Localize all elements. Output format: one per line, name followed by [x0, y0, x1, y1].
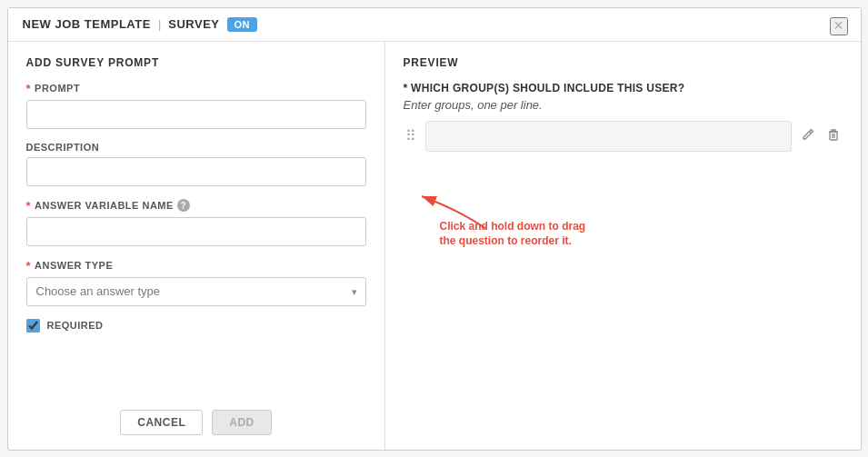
description-label: DESCRIPTION: [26, 142, 366, 153]
required-checkbox[interactable]: [26, 319, 40, 333]
tooltip-container: Click and hold down to drag the question…: [404, 183, 513, 240]
preview-question-row: ⠿: [404, 121, 843, 152]
answer-variable-label-text: ANSWER VARIABLE NAME: [35, 200, 174, 211]
edit-question-button[interactable]: [799, 125, 817, 147]
answer-type-select-wrapper: Choose an answer type Text Textarea Pass…: [26, 277, 366, 306]
delete-question-button[interactable]: [824, 125, 843, 147]
preview-question-label: * WHICH GROUP(S) SHOULD INCLUDE THIS USE…: [404, 82, 843, 94]
modal-title: NEW JOB TEMPLATE: [23, 17, 151, 31]
answer-variable-label: * ANSWER VARIABLE NAME ?: [26, 199, 366, 213]
prompt-input[interactable]: [26, 100, 366, 129]
description-label-text: DESCRIPTION: [26, 142, 100, 153]
drag-handle-icon[interactable]: ⠿: [404, 127, 418, 144]
modal-body: ADD SURVEY PROMPT * PROMPT DESCRIPTION: [8, 42, 861, 450]
survey-label: SURVEY: [168, 17, 219, 31]
drag-tooltip-arrow: [404, 183, 513, 237]
button-row: CANCEL ADD: [26, 401, 366, 435]
answer-type-label-text: ANSWER TYPE: [35, 260, 113, 271]
section-title: ADD SURVEY PROMPT: [26, 56, 366, 69]
left-panel: ADD SURVEY PROMPT * PROMPT DESCRIPTION: [8, 42, 385, 450]
close-button[interactable]: ×: [830, 17, 848, 35]
answer-variable-required-star: *: [26, 199, 32, 213]
right-panel: PREVIEW * WHICH GROUP(S) SHOULD INCLUDE …: [385, 42, 861, 450]
description-field-group: DESCRIPTION: [26, 142, 366, 186]
prompt-required-star: *: [26, 82, 32, 95]
description-input[interactable]: [26, 157, 366, 186]
answer-type-field-group: * ANSWER TYPE Choose an answer type Text…: [26, 259, 366, 306]
preview-question-hint: Enter groups, one per line.: [404, 98, 843, 112]
preview-actions: [799, 125, 843, 147]
cancel-button[interactable]: CANCEL: [120, 410, 203, 435]
svg-rect-0: [830, 132, 837, 140]
required-label[interactable]: REQUIRED: [47, 320, 104, 331]
modal-header: NEW JOB TEMPLATE | SURVEY ON ×: [8, 8, 861, 42]
answer-type-select[interactable]: Choose an answer type Text Textarea Pass…: [26, 277, 366, 306]
answer-variable-input[interactable]: [26, 217, 366, 246]
drag-tooltip-text: Click and hold down to drag the question…: [440, 219, 594, 250]
answer-variable-field-group: * ANSWER VARIABLE NAME ?: [26, 199, 366, 246]
title-separator: |: [158, 17, 161, 31]
prompt-label-text: PROMPT: [35, 83, 80, 94]
add-button[interactable]: ADD: [212, 410, 272, 435]
modal: NEW JOB TEMPLATE | SURVEY ON × ADD SURVE…: [7, 7, 862, 451]
prompt-field-group: * PROMPT: [26, 82, 366, 129]
survey-toggle[interactable]: ON: [227, 17, 258, 32]
answer-type-required-star: *: [26, 259, 32, 273]
prompt-label: * PROMPT: [26, 82, 366, 95]
preview-title: PREVIEW: [404, 56, 843, 69]
preview-answer-input[interactable]: [425, 121, 792, 152]
answer-type-label: * ANSWER TYPE: [26, 259, 366, 273]
answer-variable-help-icon[interactable]: ?: [177, 199, 190, 212]
pencil-icon: [801, 127, 815, 142]
required-row: REQUIRED: [26, 319, 366, 333]
trash-icon: [826, 127, 841, 142]
